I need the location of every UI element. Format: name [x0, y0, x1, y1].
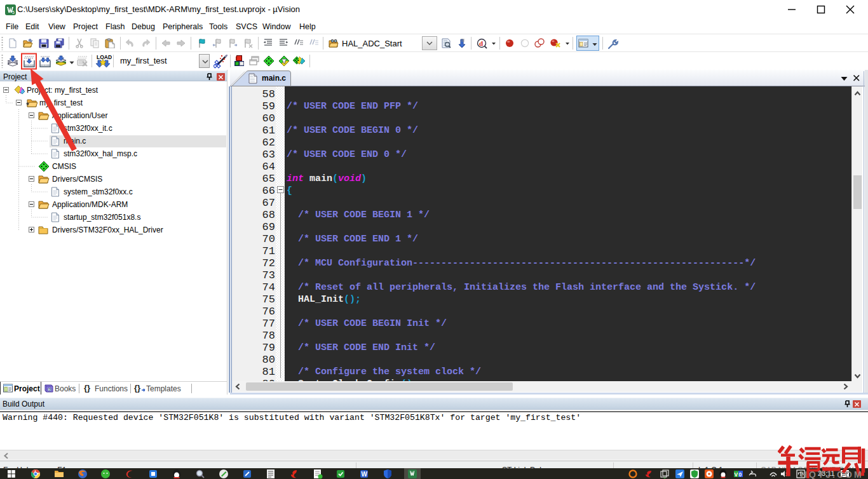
- svg-text:5: 5: [12, 10, 15, 15]
- svg-text:LOAD: LOAD: [97, 54, 112, 60]
- svg-text:0: 0: [739, 471, 742, 478]
- svg-text:V: V: [735, 471, 738, 478]
- svg-text:d: d: [479, 39, 483, 47]
- svg-text:W: W: [362, 471, 368, 478]
- svg-text:?: ?: [48, 388, 51, 392]
